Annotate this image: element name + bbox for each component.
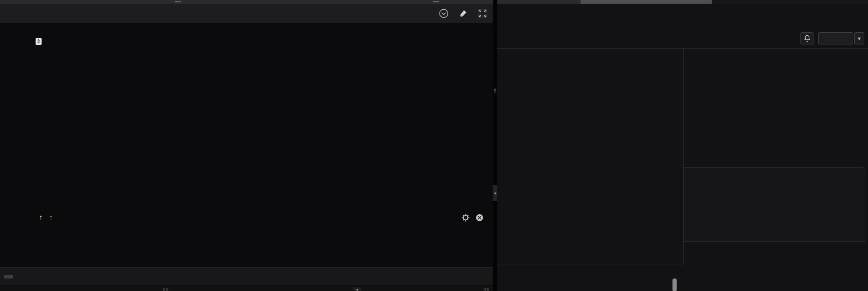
grip-dots-icon[interactable]: ⠿⠿ <box>483 289 490 291</box>
price-range-marker-icon: ⇕ <box>36 38 42 45</box>
add-watchlist-button[interactable] <box>818 32 853 44</box>
bottom-scrollbar[interactable]: ⠿⠿ ▼ ⠿⠿ <box>0 285 493 291</box>
stock-app-window: ⇕ ↑ ↑ ⠿⠿ ▼ ⠿⠿ <box>0 0 868 291</box>
window-strip-segment <box>712 0 868 4</box>
alert-bell-button[interactable] <box>801 32 813 44</box>
window-strip-segment <box>581 0 712 4</box>
divider <box>683 96 868 96</box>
trix-value: ↑ <box>39 213 43 222</box>
window-strip-mark <box>433 1 439 2</box>
index-list-scrollbar[interactable] <box>672 279 677 291</box>
indicator-menu-button[interactable] <box>4 275 13 279</box>
window-top-strip <box>0 0 868 4</box>
close-indicator-icon[interactable] <box>475 213 483 222</box>
matrix-value: ↑ <box>49 213 53 222</box>
divider <box>497 48 868 49</box>
net-flow-barchart <box>683 167 865 242</box>
quote-panel: ▼ <box>497 4 868 291</box>
window-strip-mark <box>175 1 181 2</box>
time-axis <box>0 256 493 266</box>
grip-dots-icon[interactable]: ⠿⠿ <box>163 289 169 291</box>
scroll-caret-icon[interactable]: ▼ <box>353 287 361 291</box>
gear-icon[interactable] <box>461 213 470 222</box>
bell-icon <box>804 35 811 42</box>
indicator-tabbar <box>0 267 493 285</box>
intraday-chart[interactable] <box>0 4 493 291</box>
collapse-panel-arrow[interactable]: ◄ <box>493 185 497 201</box>
important-index-section <box>497 265 683 280</box>
section-title <box>497 265 683 280</box>
trix-indicator-header: ↑ ↑ <box>32 211 483 223</box>
panel-splitter[interactable]: ⠿⠿ ◄ <box>493 0 497 291</box>
net-flow-categories <box>683 245 865 257</box>
trade-signal-ticker <box>683 258 868 291</box>
splitter-grip-icon[interactable]: ⠿⠿ <box>494 89 497 93</box>
watchlist-caret-button[interactable]: ▼ <box>854 32 864 44</box>
chart-panel: ⇕ ↑ ↑ ⠿⠿ ▼ ⠿⠿ <box>0 4 493 291</box>
